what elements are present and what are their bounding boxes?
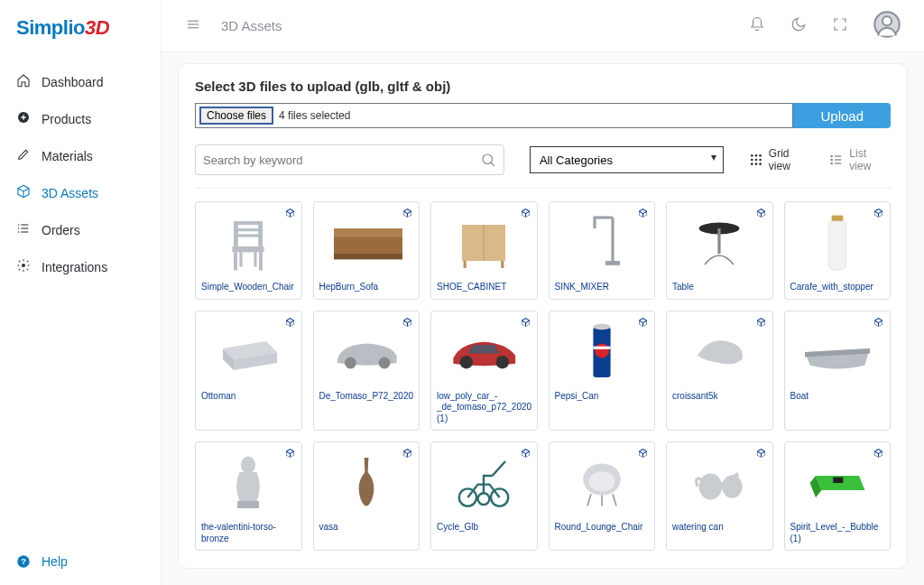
svg-point-19	[759, 154, 762, 157]
asset-title: Carafe_with_stopper	[789, 282, 887, 293]
asset-card[interactable]: the-valentini-torso-bronze	[195, 441, 302, 551]
cube-icon	[755, 317, 767, 331]
cube-icon	[520, 208, 531, 222]
svg-rect-60	[593, 346, 610, 348]
upload-row: Choose files 4 files selected Upload	[195, 103, 891, 128]
sidebar-item-orders[interactable]: Orders	[0, 211, 161, 248]
svg-point-24	[755, 162, 758, 165]
asset-title: De_Tomaso_P72_2020	[318, 391, 416, 403]
asset-thumbnail	[435, 206, 533, 280]
sidebar-item-dashboard[interactable]: Dashboard	[0, 63, 161, 100]
svg-point-28	[831, 159, 832, 160]
asset-card[interactable]: Simple_Wooden_Chair	[195, 201, 302, 300]
sidebar-item-label: 3D Assets	[42, 186, 98, 200]
search-icon	[480, 152, 496, 168]
asset-card[interactable]: De_Tomaso_P72_2020	[313, 311, 420, 432]
svg-point-59	[595, 343, 609, 358]
svg-point-7	[22, 264, 25, 267]
svg-rect-37	[233, 246, 264, 252]
asset-thumbnail	[553, 206, 651, 280]
svg-point-61	[241, 456, 255, 473]
sidebar-item-products[interactable]: Products	[0, 100, 161, 137]
cube-icon	[637, 208, 649, 222]
asset-card[interactable]: Table	[666, 201, 773, 300]
category-select[interactable]: All Categories	[530, 146, 724, 173]
bell-icon	[749, 16, 765, 32]
choose-files-button[interactable]: Choose files	[199, 107, 273, 125]
sidebar-item-label: Materials	[42, 149, 93, 163]
cube-icon	[873, 208, 884, 222]
svg-rect-41	[254, 252, 257, 266]
asset-title: Cycle_Glb	[435, 522, 533, 534]
fullscreen-icon	[832, 16, 848, 32]
svg-rect-34	[234, 221, 263, 225]
asset-card[interactable]: Round_Lounge_Chair	[549, 441, 656, 551]
cube-icon	[284, 208, 296, 222]
upload-button[interactable]: Upload	[793, 103, 891, 128]
svg-rect-35	[234, 228, 263, 231]
moon-icon	[790, 16, 807, 32]
fullscreen-button[interactable]	[827, 11, 854, 41]
asset-thumbnail	[670, 315, 769, 389]
sidebar-item-label: Orders	[42, 223, 80, 237]
help-link[interactable]: ? Help	[0, 543, 161, 585]
notifications-button[interactable]	[744, 11, 771, 41]
avatar-icon	[873, 11, 901, 38]
asset-card[interactable]: HepBurn_Sofa	[313, 201, 420, 300]
sidebar-item-integrations[interactable]: Integrations	[0, 248, 161, 285]
asset-card[interactable]: Cycle_Glb	[430, 441, 538, 551]
asset-card[interactable]: Pepsi_Can	[549, 311, 656, 432]
cube-icon	[637, 448, 649, 462]
file-input-wrap[interactable]: Choose files 4 files selected	[195, 103, 793, 128]
asset-thumbnail	[789, 315, 887, 389]
menu-toggle[interactable]	[180, 11, 207, 41]
grid-view-button[interactable]: Grid view	[749, 147, 814, 172]
asset-card[interactable]: watering can	[666, 441, 773, 551]
svg-rect-47	[464, 261, 467, 268]
search-input[interactable]	[203, 153, 480, 167]
sidebar-item-3d-assets[interactable]: 3D Assets	[0, 174, 161, 211]
help-icon: ?	[16, 554, 31, 569]
svg-point-30	[831, 162, 832, 163]
sidebar-item-label: Products	[42, 112, 91, 126]
asset-card[interactable]: SHOE_CABINET	[430, 201, 538, 300]
asset-card[interactable]: Spirit_Level_-_Bubble (1)	[784, 441, 892, 551]
svg-point-58	[593, 323, 610, 329]
page-title: 3D Assets	[221, 18, 282, 33]
svg-rect-44	[334, 254, 402, 259]
sidebar-item-materials[interactable]: Materials	[0, 137, 161, 174]
asset-title: SHOE_CABINET	[435, 282, 533, 293]
svg-rect-38	[234, 252, 237, 270]
theme-toggle[interactable]	[785, 11, 812, 41]
cube-icon	[520, 317, 531, 331]
search-input-wrap[interactable]	[195, 144, 504, 175]
asset-card[interactable]: vasa	[313, 441, 420, 551]
svg-rect-70	[833, 478, 843, 483]
asset-card[interactable]: SINK_MIXER	[549, 201, 656, 300]
svg-point-21	[755, 159, 758, 162]
list-view-button[interactable]: List view	[829, 147, 891, 172]
asset-title: Spirit_Level_-_Bubble (1)	[789, 522, 887, 544]
logo[interactable]: Simplio3D	[0, 0, 161, 52]
cube-icon	[873, 448, 884, 462]
asset-card[interactable]: croissant5k	[666, 311, 773, 432]
asset-card[interactable]: Boat	[784, 311, 892, 432]
svg-point-15	[483, 154, 493, 164]
user-avatar[interactable]	[868, 5, 906, 46]
asset-thumbnail	[670, 206, 769, 280]
cube-icon	[402, 448, 413, 462]
cube-icon	[16, 184, 31, 201]
list-icon	[829, 153, 844, 167]
asset-thumbnail	[789, 446, 887, 520]
svg-text:?: ?	[21, 557, 26, 566]
asset-card[interactable]: Ottoman	[195, 311, 302, 432]
asset-title: HepBurn_Sofa	[318, 282, 416, 293]
filter-row: All Categories Grid view List view	[195, 144, 891, 175]
asset-card[interactable]: Carafe_with_stopper	[784, 201, 892, 300]
svg-point-54	[378, 357, 390, 368]
cube-icon	[637, 317, 649, 331]
asset-thumbnail	[789, 206, 887, 280]
assets-panel: Select 3D files to upload (glb, gltf & o…	[178, 63, 908, 569]
asset-title: Table	[670, 282, 769, 293]
asset-card[interactable]: low_poly_car_-_de_tomaso_p72_2020 (1)	[430, 311, 538, 432]
